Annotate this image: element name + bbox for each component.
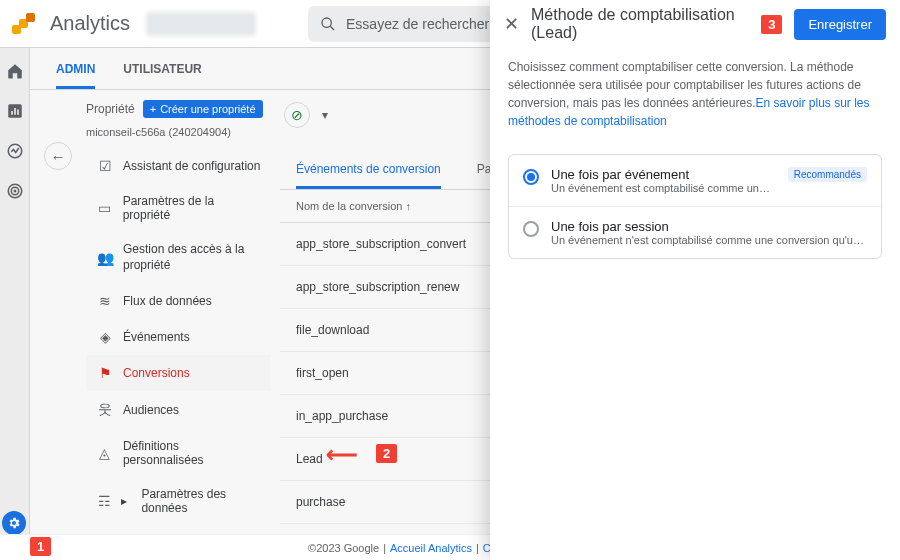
- option-once-per-event[interactable]: Une fois par événement Un événement est …: [509, 155, 881, 206]
- sidebar-item-label: Paramètres de la propriété: [123, 194, 262, 222]
- option-desc: Un événement est comptabilisé comme une …: [551, 182, 776, 194]
- create-property-label: Créer une propriété: [160, 103, 255, 115]
- cell: app_store_subscription_convert: [296, 237, 466, 251]
- nav-rail: [0, 48, 30, 534]
- tab-conversion-events[interactable]: Événements de conversion: [296, 152, 441, 189]
- flag-icon: ⚑: [97, 365, 113, 381]
- people-icon: 👥: [97, 250, 113, 266]
- sidebar-item-events[interactable]: ◈Événements: [86, 319, 270, 355]
- search-icon: [320, 16, 336, 32]
- sidebar-item-label: Audiences: [123, 403, 179, 417]
- rectangle-icon: ▭: [97, 200, 113, 216]
- plus-icon: +: [150, 103, 156, 115]
- svg-line-1: [330, 26, 334, 30]
- col-conversion-name[interactable]: Nom de la conversion ↑: [296, 200, 411, 212]
- analytics-logo-icon: [12, 13, 34, 35]
- radio-icon[interactable]: [523, 169, 539, 185]
- sidebar-item-data-streams[interactable]: ≋Flux de données: [86, 283, 270, 319]
- cell: purchase: [296, 495, 345, 509]
- panel-title: Méthode de comptabilisation (Lead): [531, 6, 749, 42]
- svg-point-0: [322, 18, 331, 27]
- chevron-down-icon[interactable]: ▾: [316, 102, 334, 128]
- save-button[interactable]: Enregistrer: [794, 9, 886, 40]
- stack-icon: ☶: [97, 493, 111, 509]
- svg-rect-4: [14, 108, 16, 115]
- sidebar-item-label: Conversions: [123, 366, 190, 380]
- admin-gear-icon[interactable]: [2, 511, 26, 535]
- audience-icon: 웃: [97, 401, 113, 419]
- sidebar-item-label: Paramètres des données: [141, 487, 262, 515]
- svg-rect-3: [11, 111, 13, 115]
- sidebar-item-data-settings[interactable]: ☶▸Paramètres des données: [86, 477, 270, 525]
- annotation-1: 1: [30, 537, 51, 556]
- panel-description: Choisissez comment comptabiliser cette c…: [490, 48, 900, 140]
- status-chip[interactable]: ⊘: [284, 102, 310, 128]
- advertising-icon[interactable]: [6, 182, 24, 200]
- stream-icon: ≋: [97, 293, 113, 309]
- sidebar-item-conversions[interactable]: ⚑Conversions: [86, 355, 270, 391]
- sidebar-item-access[interactable]: 👥Gestion des accès à la propriété: [86, 232, 270, 283]
- sidebar-item-label: Assistant de configuration: [123, 159, 260, 173]
- radio-icon[interactable]: [523, 221, 539, 237]
- sidebar-item-label: Gestion des accès à la propriété: [123, 242, 262, 273]
- brand-label: Analytics: [50, 12, 130, 35]
- back-button[interactable]: ←: [44, 142, 72, 170]
- cell: file_download: [296, 323, 369, 337]
- sidebar-item-label: Événements: [123, 330, 190, 344]
- option-title: Une fois par session: [551, 219, 867, 234]
- explore-icon[interactable]: [6, 142, 24, 160]
- cell: first_open: [296, 366, 349, 380]
- svg-point-9: [14, 190, 16, 192]
- counting-method-panel: ✕ Méthode de comptabilisation (Lead) 3 E…: [490, 0, 900, 560]
- property-label: Propriété: [86, 102, 135, 116]
- svg-rect-5: [17, 110, 19, 115]
- sidebar-item-custom-defs[interactable]: ◬Définitions personnalisées: [86, 429, 270, 477]
- property-column: Propriété +Créer une propriété miconseil…: [86, 90, 270, 534]
- annotation-3: 3: [761, 15, 782, 34]
- cell: app_store_subscription_renew: [296, 280, 459, 294]
- option-title: Une fois par événement: [551, 167, 776, 182]
- tab-user[interactable]: UTILISATEUR: [123, 62, 201, 89]
- arrow-annotation-icon: ⟵: [326, 442, 358, 468]
- sidebar-item-label: Flux de données: [123, 294, 212, 308]
- home-icon[interactable]: [6, 62, 24, 80]
- sidebar-item-setup-assistant[interactable]: ☑Assistant de configuration: [86, 148, 270, 184]
- account-selector[interactable]: [146, 12, 256, 36]
- cell: Lead: [296, 452, 323, 466]
- reports-icon[interactable]: [6, 102, 24, 120]
- check-square-icon: ☑: [97, 158, 113, 174]
- counting-options: Une fois par événement Un événement est …: [508, 154, 882, 259]
- sidebar-item-label: Définitions personnalisées: [123, 439, 262, 467]
- option-desc: Un événement n'est comptabilisé comme un…: [551, 234, 867, 246]
- recommended-badge: Recommandés: [788, 167, 867, 182]
- cell: in_app_purchase: [296, 409, 388, 423]
- tab-admin[interactable]: ADMIN: [56, 62, 95, 89]
- create-property-button[interactable]: +Créer une propriété: [143, 100, 263, 118]
- annotation-2: 2: [376, 444, 397, 463]
- sidebar-item-audiences[interactable]: 웃Audiences: [86, 391, 270, 429]
- sidebar-item-data-import[interactable]: ⭱Importation de données: [86, 525, 270, 534]
- footer-link-home[interactable]: Accueil Analytics: [390, 542, 472, 554]
- close-icon[interactable]: ✕: [504, 13, 519, 35]
- triangle-icon: ◬: [97, 445, 113, 461]
- sidebar-item-property-settings[interactable]: ▭Paramètres de la propriété: [86, 184, 270, 232]
- property-id[interactable]: miconseil-c566a (240204904): [86, 126, 270, 138]
- tag-icon: ◈: [97, 329, 113, 345]
- option-once-per-session[interactable]: Une fois par session Un événement n'est …: [509, 206, 881, 258]
- footer-copyright: ©2023 Google: [308, 542, 379, 554]
